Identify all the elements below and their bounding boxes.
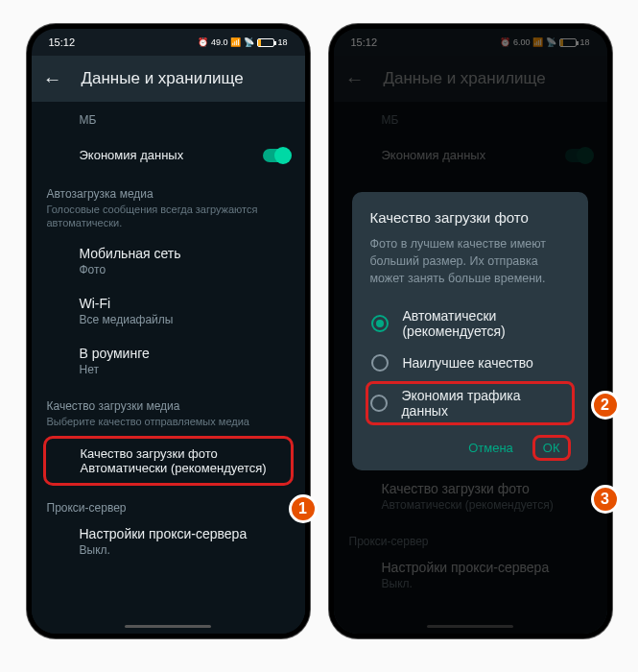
status-bar: 15:12 ⏰ 49.0 📶 📡 18 bbox=[32, 29, 305, 56]
autoload-note: Голосовые сообщения всегда загружаются а… bbox=[32, 203, 305, 236]
screen-left: 15:12 ⏰ 49.0 📶 📡 18 ← Данные и хранилище… bbox=[32, 29, 305, 634]
radio-best-label: Наилучшее качество bbox=[402, 355, 532, 371]
mobile-sub: Фото bbox=[80, 263, 290, 276]
photo-quality-label: Качество загрузки фото bbox=[81, 446, 277, 461]
signal-icon: 📶 bbox=[230, 37, 241, 47]
autoload-header: Автозагрузка медиа bbox=[32, 174, 305, 203]
phone-right: 15:12 ⏰ 6.00 📶 📡 18 ← Данные и хранилище… bbox=[329, 24, 612, 638]
radio-icon-selected[interactable] bbox=[371, 315, 389, 332]
mobile-label: Мобильная сеть bbox=[80, 246, 290, 261]
data-saver-row[interactable]: Экономия данных bbox=[32, 136, 305, 174]
wifi-icon: 📡 bbox=[244, 37, 254, 47]
proxy-row[interactable]: Настройки прокси-сервера Выкл. bbox=[32, 516, 305, 566]
back-icon[interactable]: ← bbox=[43, 69, 62, 88]
photo-quality-sub: Автоматически (рекомендуется) bbox=[81, 461, 277, 475]
callout-badge-2: 2 bbox=[591, 391, 620, 420]
data-saver-label: Экономия данных bbox=[80, 148, 184, 162]
status-time: 15:12 bbox=[49, 36, 76, 48]
roaming-label: В роуминге bbox=[80, 346, 290, 361]
radio-icon[interactable] bbox=[370, 395, 388, 412]
proxy-sub: Выкл. bbox=[80, 543, 290, 557]
roaming-row[interactable]: В роуминге Нет bbox=[32, 336, 305, 386]
radio-auto-label: Автоматически (рекомендуется) bbox=[402, 308, 568, 339]
dialog-scrim[interactable]: Качество загрузки фото Фото в лучшем кач… bbox=[334, 29, 607, 634]
radio-saver-label: Экономия трафика данных bbox=[401, 388, 569, 419]
wifi-label: Wi-Fi bbox=[80, 296, 290, 311]
radio-best[interactable]: Наилучшее качество bbox=[369, 347, 570, 379]
dialog-body: Фото в лучшем качестве имеют больший раз… bbox=[369, 235, 570, 287]
app-bar: ← Данные и хранилище bbox=[32, 56, 305, 102]
usage-row-cut[interactable]: МБ bbox=[32, 102, 305, 136]
mobile-row[interactable]: Мобильная сеть Фото bbox=[32, 236, 305, 286]
proxy-label: Настройки прокси-сервера bbox=[80, 526, 290, 541]
phone-left: 15:12 ⏰ 49.0 📶 📡 18 ← Данные и хранилище… bbox=[27, 24, 310, 638]
usage-sub: МБ bbox=[80, 113, 290, 127]
data-saver-toggle[interactable] bbox=[263, 149, 290, 162]
battery-pct: 18 bbox=[277, 37, 287, 47]
status-icons: ⏰ 49.0 📶 📡 18 bbox=[198, 37, 288, 47]
wifi-sub: Все медиафайлы bbox=[80, 313, 290, 326]
battery-icon bbox=[257, 38, 274, 47]
photo-quality-row[interactable]: Качество загрузки фото Автоматически (ре… bbox=[43, 436, 294, 486]
ok-button[interactable]: ОК bbox=[532, 435, 571, 461]
callout-badge-1: 1 bbox=[289, 494, 318, 523]
nav-handle[interactable] bbox=[125, 625, 211, 628]
screen-right: 15:12 ⏰ 6.00 📶 📡 18 ← Данные и хранилище… bbox=[334, 29, 607, 634]
radio-data-saver[interactable]: Экономия трафика данных bbox=[366, 381, 574, 425]
cancel-button[interactable]: Отмена bbox=[459, 435, 523, 461]
radio-auto[interactable]: Автоматически (рекомендуется) bbox=[369, 300, 570, 347]
roaming-sub: Нет bbox=[80, 363, 290, 376]
settings-content: МБ Экономия данных Автозагрузка медиа Го… bbox=[32, 102, 305, 634]
page-title: Данные и хранилище bbox=[82, 69, 244, 88]
dialog-actions: Отмена ОК bbox=[369, 435, 570, 461]
dialog-title: Качество загрузки фото bbox=[369, 209, 570, 226]
net-speed: 49.0 bbox=[211, 37, 228, 47]
quality-dialog: Качество загрузки фото Фото в лучшем кач… bbox=[352, 192, 587, 470]
wifi-row[interactable]: Wi-Fi Все медиафайлы bbox=[32, 286, 305, 336]
quality-header: Качество загрузки медиа bbox=[32, 386, 305, 415]
radio-icon[interactable] bbox=[371, 354, 389, 372]
proxy-header: Прокси-сервер bbox=[32, 488, 305, 516]
quality-note: Выберите качество отправляемых медиа bbox=[32, 415, 305, 434]
alarm-icon: ⏰ bbox=[198, 37, 208, 47]
callout-badge-3: 3 bbox=[591, 485, 620, 514]
